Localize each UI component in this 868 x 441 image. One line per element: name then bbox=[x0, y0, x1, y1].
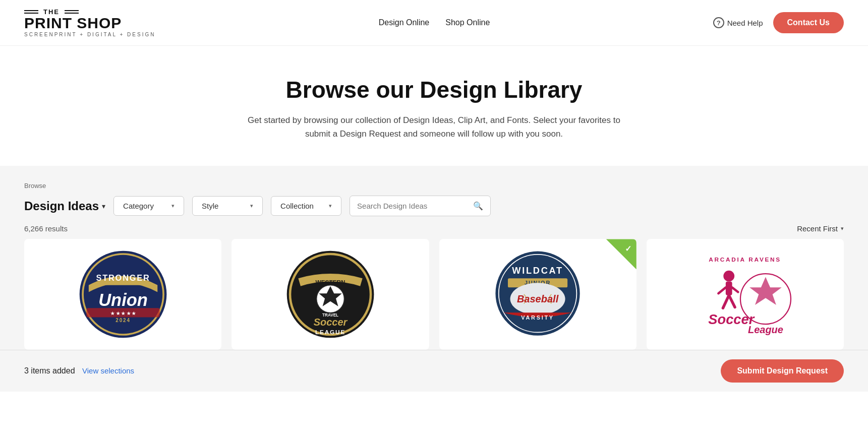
browse-section: Browse Design Ideas ▾ Category ▾ Style ▾… bbox=[0, 166, 868, 350]
svg-text:STRONGER: STRONGER bbox=[96, 273, 150, 282]
svg-rect-29 bbox=[726, 282, 732, 295]
search-box: 🔍 bbox=[350, 196, 491, 216]
style-dropdown[interactable]: Style ▾ bbox=[192, 196, 263, 216]
page-header: THE PRINT SHOP SCREENPRINT + DIGITAL + D… bbox=[0, 0, 868, 46]
style-chevron-down-icon: ▾ bbox=[250, 203, 253, 209]
svg-text:VARSITY: VARSITY bbox=[521, 314, 554, 321]
design-image-4: ARCADIA RAVENS Soccer League bbox=[647, 239, 844, 350]
header-right: ? Need Help Contact Us bbox=[713, 12, 844, 33]
svg-text:★ ★ ★ ★ ★: ★ ★ ★ ★ ★ bbox=[110, 311, 136, 316]
svg-point-28 bbox=[724, 271, 735, 282]
nav-design-online[interactable]: Design Online bbox=[379, 18, 430, 27]
svg-text:Soccer: Soccer bbox=[314, 317, 348, 328]
nav-shop-online[interactable]: Shop Online bbox=[445, 18, 490, 27]
svg-text:WESTERN: WESTERN bbox=[315, 279, 345, 286]
browse-title: Design Ideas bbox=[24, 199, 99, 213]
logo-lines-right bbox=[65, 10, 79, 14]
hero-section: Browse our Design Library Get started by… bbox=[0, 46, 868, 166]
view-selections-link[interactable]: View selections bbox=[82, 366, 134, 375]
design-grid: ★ ★ ★ ★ ★ ★ ★ STRONGER Union 2024 ★ ★ ★ … bbox=[24, 239, 844, 350]
results-bar: 6,266 results Recent First ▾ bbox=[24, 216, 844, 239]
design-image-1: ★ ★ ★ ★ ★ ★ ★ STRONGER Union 2024 ★ ★ ★ … bbox=[24, 239, 221, 350]
category-label: Category bbox=[123, 202, 154, 210]
category-dropdown[interactable]: Category ▾ bbox=[113, 196, 184, 216]
browse-controls: Design Ideas ▾ Category ▾ Style ▾ Collec… bbox=[24, 196, 844, 216]
sort-label: Recent First bbox=[797, 224, 838, 233]
sort-chevron-down-icon: ▾ bbox=[841, 225, 844, 232]
design-card-3[interactable]: WILDCAT JUNIOR Baseball VARSITY bbox=[439, 239, 636, 350]
browse-label: Browse bbox=[24, 182, 844, 190]
collection-label: Collection bbox=[280, 202, 314, 210]
svg-text:Union: Union bbox=[98, 290, 148, 309]
items-count: 3 bbox=[24, 366, 29, 375]
browse-title-chevron-down-icon: ▾ bbox=[102, 202, 105, 210]
hero-subtitle: Get started by browsing our collection o… bbox=[243, 113, 626, 141]
logo-sub: SCREENPRINT + DIGITAL + DESIGN bbox=[24, 32, 155, 37]
design-card-2[interactable]: WESTERN TRAVEL Soccer LEAGUE bbox=[232, 239, 429, 350]
submit-design-request-button[interactable]: Submit Design Request bbox=[721, 359, 844, 383]
check-icon: ✓ bbox=[625, 244, 631, 254]
design-image-2: WESTERN TRAVEL Soccer LEAGUE bbox=[232, 239, 429, 350]
svg-text:ARCADIA RAVENS: ARCADIA RAVENS bbox=[709, 256, 782, 263]
footer-bar: 3 items added View selections Submit Des… bbox=[0, 350, 868, 392]
design-card-1[interactable]: ★ ★ ★ ★ ★ ★ ★ STRONGER Union 2024 ★ ★ ★ … bbox=[24, 239, 221, 350]
need-help-label: Need Help bbox=[727, 19, 763, 27]
logo-lines bbox=[24, 10, 38, 14]
design-card-4[interactable]: ARCADIA RAVENS Soccer League bbox=[647, 239, 844, 350]
svg-text:LEAGUE: LEAGUE bbox=[315, 329, 345, 336]
logo: THE PRINT SHOP SCREENPRINT + DIGITAL + D… bbox=[24, 8, 155, 37]
main-nav: Design Online Shop Online bbox=[379, 18, 490, 27]
sort-button[interactable]: Recent First ▾ bbox=[797, 224, 844, 233]
category-chevron-down-icon: ▾ bbox=[171, 203, 175, 209]
help-icon: ? bbox=[713, 17, 724, 28]
collection-dropdown[interactable]: Collection ▾ bbox=[271, 196, 341, 216]
style-label: Style bbox=[202, 202, 218, 210]
search-icon: 🔍 bbox=[473, 201, 483, 211]
results-count: 6,266 results bbox=[24, 224, 68, 233]
footer-left: 3 items added View selections bbox=[24, 366, 134, 375]
design-image-3: WILDCAT JUNIOR Baseball VARSITY bbox=[439, 239, 636, 350]
svg-text:League: League bbox=[748, 325, 783, 336]
svg-text:WILDCAT: WILDCAT bbox=[512, 266, 563, 276]
svg-text:2024: 2024 bbox=[115, 318, 131, 323]
need-help-link[interactable]: ? Need Help bbox=[713, 17, 763, 28]
svg-text:Baseball: Baseball bbox=[517, 294, 559, 305]
contact-button[interactable]: Contact Us bbox=[773, 12, 844, 33]
search-input[interactable] bbox=[357, 202, 469, 210]
items-label: items added bbox=[31, 366, 75, 375]
hero-title: Browse our Design Library bbox=[24, 76, 844, 103]
logo-main: PRINT SHOP bbox=[24, 16, 155, 31]
collection-chevron-down-icon: ▾ bbox=[329, 203, 332, 209]
browse-title-area[interactable]: Design Ideas ▾ bbox=[24, 199, 105, 213]
